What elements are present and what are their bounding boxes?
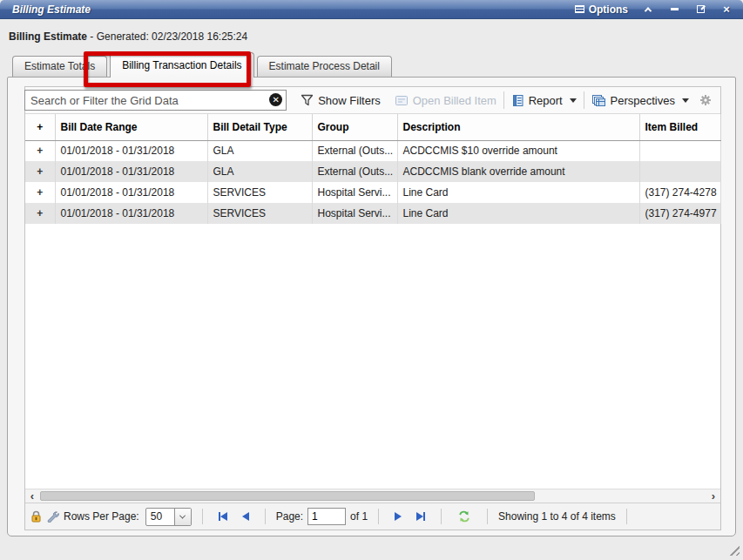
lock-icon[interactable]: [30, 510, 42, 523]
last-page-icon: [423, 512, 425, 521]
pager-separator: [626, 509, 627, 524]
grid-empty-area: [25, 224, 720, 489]
tab-content-panel: ✕ Show Filters Open Billed Item: [7, 77, 736, 536]
row-expand-button[interactable]: +: [25, 161, 55, 182]
pager-separator: [441, 509, 442, 524]
table-row[interactable]: + 01/01/2018 - 01/31/2018 SERVICES Hospi…: [25, 203, 720, 224]
pager-bar: Rows Per Page: 50 Page: of 1: [25, 503, 720, 530]
close-icon: ×: [723, 3, 730, 15]
showing-items-text: Showing 1 to 4 of 4 items: [498, 510, 616, 523]
chevron-down-icon: [179, 512, 186, 518]
refresh-button[interactable]: [452, 510, 476, 523]
report-icon: [511, 94, 524, 107]
report-button[interactable]: Report: [504, 91, 584, 110]
refresh-icon: [457, 510, 471, 523]
search-wrap: ✕: [24, 90, 287, 111]
filter-funnel-icon: [301, 94, 314, 106]
cell-bill-date-range: 01/01/2018 - 01/31/2018: [55, 182, 207, 203]
open-billed-item-label: Open Billed Item: [413, 94, 496, 107]
table-row[interactable]: + 01/01/2018 - 01/31/2018 SERVICES Hospi…: [25, 182, 720, 203]
combo-dropdown-button[interactable]: [174, 509, 191, 525]
open-billed-item-icon: [395, 95, 409, 106]
cell-bill-date-range: 01/01/2018 - 01/31/2018: [55, 161, 207, 182]
horizontal-scrollbar[interactable]: ‹ ›: [25, 489, 720, 503]
column-header-item-billed[interactable]: Item Billed: [639, 114, 720, 140]
pager-separator: [202, 509, 203, 524]
cell-description: ACDCCMIS $10 override amount: [397, 140, 639, 161]
table-header-row: + Bill Date Range Bill Detail Type Group…: [25, 114, 720, 140]
column-header-bill-date-range[interactable]: Bill Date Range: [55, 114, 207, 140]
tab-billing-transaction-details[interactable]: Billing Transaction Details: [110, 52, 253, 78]
billing-grid: ✕ Show Filters Open Billed Item: [24, 86, 721, 530]
options-menu-icon: [575, 5, 584, 13]
perspectives-label: Perspectives: [611, 94, 675, 107]
tab-estimate-totals[interactable]: Estimate Totals: [12, 56, 107, 77]
popout-button[interactable]: [694, 3, 706, 16]
page-number-input[interactable]: [307, 508, 346, 525]
rows-per-page-select[interactable]: 50: [145, 508, 192, 526]
wrench-icon[interactable]: [46, 510, 59, 523]
cell-bill-date-range: 01/01/2018 - 01/31/2018: [55, 203, 207, 224]
cell-group: Hospital Servi...: [312, 182, 397, 203]
window-title: Billing Estimate: [12, 3, 91, 16]
cell-bill-detail-type: GLA: [207, 161, 312, 182]
previous-page-button[interactable]: [237, 512, 254, 521]
cell-bill-detail-type: SERVICES: [207, 203, 312, 224]
open-billed-item-button[interactable]: Open Billed Item: [388, 91, 503, 110]
minimize-button[interactable]: [668, 3, 680, 16]
cell-group: Hospital Servi...: [312, 203, 397, 224]
report-label: Report: [529, 94, 563, 107]
first-page-button[interactable]: [213, 512, 233, 521]
scrollbar-thumb[interactable]: [40, 491, 535, 501]
billing-table: + Bill Date Range Bill Detail Type Group…: [25, 114, 721, 224]
grid-toolbar: ✕ Show Filters Open Billed Item: [25, 87, 720, 114]
page-title: Billing Estimate: [9, 30, 87, 43]
column-header-expand[interactable]: +: [25, 114, 55, 140]
options-button[interactable]: Options: [575, 3, 628, 16]
column-header-group[interactable]: Group: [312, 114, 397, 140]
collapse-button[interactable]: [642, 3, 654, 16]
tab-estimate-process-detail[interactable]: Estimate Process Detail: [257, 56, 392, 77]
popout-icon: [697, 5, 705, 13]
next-page-button[interactable]: [389, 512, 407, 521]
last-page-button[interactable]: [411, 512, 430, 521]
minimize-icon: [671, 8, 679, 10]
gear-icon: [699, 94, 712, 106]
table-row[interactable]: + 01/01/2018 - 01/31/2018 GLA External (…: [25, 161, 720, 182]
next-page-icon: [395, 512, 402, 521]
page-label: Page:: [276, 510, 303, 523]
generated-timestamp: - Generated: 02/23/2018 16:25:24: [87, 30, 247, 43]
scroll-right-icon[interactable]: ›: [706, 490, 720, 503]
perspectives-dropdown-arrow-icon: [682, 98, 689, 103]
search-input[interactable]: [24, 90, 287, 111]
page-of-label: of 1: [350, 510, 368, 523]
perspectives-icon: [591, 94, 606, 107]
cell-description: Line Card: [397, 203, 639, 224]
pager-separator: [265, 509, 266, 524]
options-label: Options: [589, 3, 628, 16]
show-filters-button[interactable]: Show Filters: [294, 91, 388, 110]
cell-bill-detail-type: SERVICES: [207, 182, 312, 203]
report-dropdown-arrow-icon: [570, 98, 577, 103]
previous-page-icon: [242, 512, 249, 521]
column-header-description[interactable]: Description: [397, 114, 639, 140]
scroll-left-icon[interactable]: ‹: [25, 490, 39, 503]
cell-item-billed: [639, 161, 720, 182]
pager-separator: [378, 509, 379, 524]
pager-separator: [487, 509, 488, 524]
grid-settings-button[interactable]: [699, 94, 712, 106]
row-expand-button[interactable]: +: [25, 140, 55, 161]
column-header-bill-detail-type[interactable]: Bill Detail Type: [207, 114, 312, 140]
cell-bill-detail-type: GLA: [207, 140, 312, 161]
resize-grip[interactable]: [727, 543, 740, 556]
show-filters-label: Show Filters: [318, 94, 381, 107]
cell-item-billed: (317) 274-4977: [639, 203, 720, 224]
table-row[interactable]: + 01/01/2018 - 01/31/2018 GLA External (…: [25, 140, 720, 161]
row-expand-button[interactable]: +: [25, 182, 55, 203]
perspectives-button[interactable]: Perspectives: [584, 91, 696, 110]
row-expand-button[interactable]: +: [25, 203, 55, 224]
last-page-icon: [416, 512, 423, 521]
close-button[interactable]: ×: [720, 3, 733, 16]
cell-item-billed: (317) 274-4278: [639, 182, 720, 203]
cell-description: Line Card: [397, 182, 639, 203]
